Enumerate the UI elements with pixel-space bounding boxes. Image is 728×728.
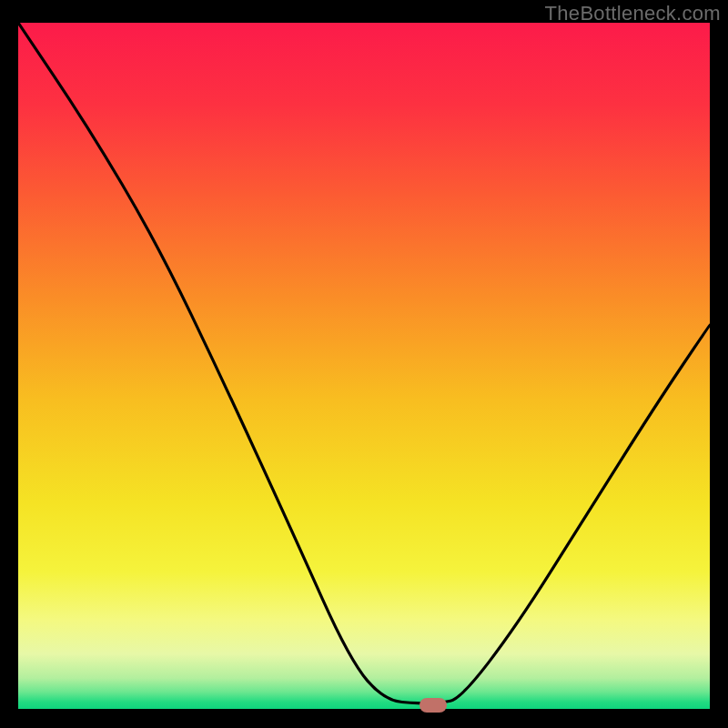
bottleneck-curve <box>18 23 710 709</box>
optimal-marker <box>420 698 447 713</box>
plot-area <box>18 23 710 709</box>
watermark-text: TheBottleneck.com <box>545 2 721 25</box>
